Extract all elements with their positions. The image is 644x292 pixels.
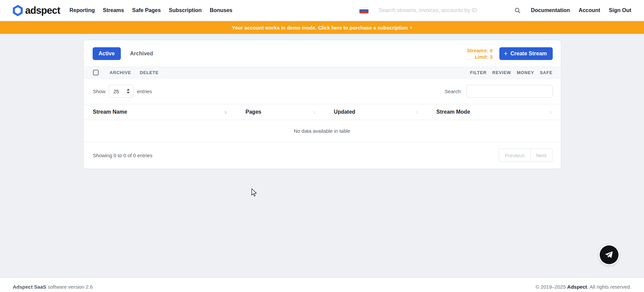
footer-brand-right: Adspect — [567, 284, 587, 290]
russian-flag-icon[interactable] — [359, 7, 368, 13]
previous-page-button[interactable]: Previous — [499, 149, 530, 162]
tab-active[interactable]: Active — [93, 47, 121, 60]
page-footer: Adspect SaaS software version 2.6 © 2019… — [0, 278, 644, 292]
select-all-checkbox[interactable] — [93, 70, 99, 75]
card-header: Active Archived Streams: 0 Limit: 3 + Cr… — [84, 40, 561, 67]
page-body: Active Archived Streams: 0 Limit: 3 + Cr… — [0, 40, 644, 278]
demo-banner-text: Your account works in demo mode. Click h… — [232, 25, 408, 31]
show-label: Show — [93, 89, 106, 94]
next-page-button[interactable]: Next — [530, 149, 553, 162]
table-header-row: Stream Name ↑↓ Pages ↑↓ Updated ↑↓ — [84, 104, 561, 120]
column-stream-mode[interactable]: Stream Mode ↑↓ — [427, 104, 560, 120]
page-length-select[interactable]: 25 — [109, 85, 134, 98]
main-nav: Reporting Streams Safe Pages Subscriptio… — [69, 7, 232, 13]
link-account[interactable]: Account — [579, 7, 600, 13]
adspect-logo-text: adspect — [25, 5, 60, 16]
nav-item-bonuses[interactable]: Bonuses — [210, 7, 233, 13]
footer-version: Adspect SaaS software version 2.6 — [13, 284, 93, 290]
streams-count: Streams: 0 — [467, 47, 493, 54]
nav-item-safe-pages[interactable]: Safe Pages — [132, 7, 161, 13]
card-footer: Showing 0 to 0 of 0 entries Previous Nex… — [84, 142, 561, 169]
action-review[interactable]: REVIEW — [492, 70, 511, 75]
footer-copyright: © 2019–2025 Adspect. All rights reserved… — [536, 284, 631, 290]
page-length-value: 25 — [113, 89, 119, 94]
action-filter[interactable]: FILTER — [470, 70, 487, 75]
stream-quota: Streams: 0 Limit: 3 — [467, 47, 493, 60]
action-delete[interactable]: DELETE — [140, 70, 159, 75]
streams-table: Stream Name ↑↓ Pages ↑↓ Updated ↑↓ — [84, 104, 561, 142]
streams-card: Active Archived Streams: 0 Limit: 3 + Cr… — [83, 40, 561, 169]
top-navbar: adspect Reporting Streams Safe Pages Sub… — [0, 0, 644, 21]
empty-table-message: No data available in table — [84, 120, 561, 142]
action-safe[interactable]: SAFE — [540, 70, 553, 75]
nav-item-streams[interactable]: Streams — [103, 7, 124, 13]
footer-brand-left: Adspect SaaS — [13, 284, 46, 290]
nav-item-reporting[interactable]: Reporting — [69, 7, 95, 13]
sort-icon: ↑↓ — [545, 110, 551, 115]
adspect-logo[interactable]: adspect — [13, 5, 60, 16]
telegram-icon — [604, 250, 614, 259]
sort-icon: ↑↓ — [309, 110, 315, 115]
nav-item-subscription[interactable]: Subscription — [169, 7, 202, 13]
table-search-input[interactable] — [466, 85, 553, 98]
action-money[interactable]: MONEY — [517, 70, 534, 75]
link-documentation[interactable]: Documentation — [531, 7, 570, 13]
sort-icon: ↑↓ — [220, 110, 227, 115]
search-button[interactable] — [513, 6, 522, 15]
entries-label: entries — [137, 89, 152, 94]
telegram-fab[interactable] — [600, 245, 618, 264]
create-stream-label: Create Stream — [510, 51, 547, 57]
global-search-input[interactable] — [379, 7, 513, 13]
demo-mode-banner[interactable]: Your account works in demo mode. Click h… — [0, 21, 644, 34]
bulk-actions-left: ARCHIVE DELETE — [110, 70, 159, 75]
column-pages[interactable]: Pages ↑↓ — [236, 104, 325, 120]
table-search: Search: — [445, 85, 553, 98]
chevron-right-icon: › — [410, 24, 412, 30]
create-stream-button[interactable]: + Create Stream — [499, 47, 553, 60]
streams-limit: Limit: 3 — [467, 54, 493, 60]
pagination: Previous Next — [499, 149, 552, 162]
select-caret-icon — [127, 89, 130, 94]
table-search-label: Search: — [445, 89, 462, 94]
adspect-logo-icon — [13, 5, 23, 16]
column-stream-name[interactable]: Stream Name ↑↓ — [84, 104, 236, 120]
plus-icon: + — [504, 50, 508, 57]
sort-icon: ↑↓ — [411, 110, 417, 115]
column-updated[interactable]: Updated ↑↓ — [325, 104, 427, 120]
table-controls: Show 25 entries Search: — [84, 78, 561, 104]
bulk-actions-toolbar: ARCHIVE DELETE FILTER REVIEW MONEY SAFE — [84, 67, 561, 78]
header-links: Documentation Account Sign Out — [531, 7, 631, 13]
action-archive[interactable]: ARCHIVE — [110, 70, 131, 75]
search-icon — [514, 7, 521, 14]
link-sign-out[interactable]: Sign Out — [609, 7, 631, 13]
bulk-actions-right: FILTER REVIEW MONEY SAFE — [470, 70, 553, 75]
tab-archived[interactable]: Archived — [126, 47, 158, 60]
entries-info: Showing 0 to 0 of 0 entries — [93, 153, 153, 158]
empty-row: No data available in table — [84, 120, 561, 142]
